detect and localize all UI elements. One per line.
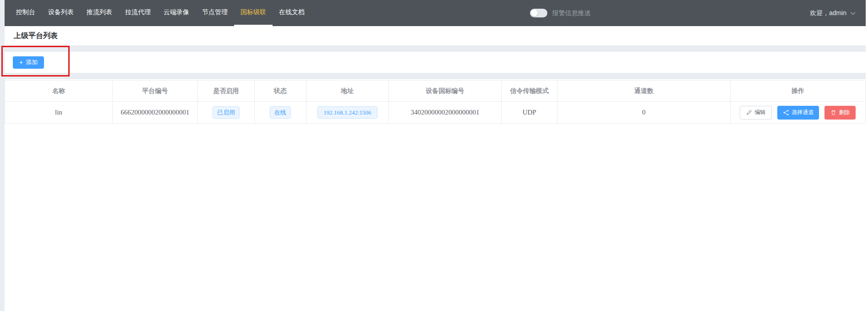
chevron-down-icon: [850, 11, 856, 16]
right-edge-strip: [866, 0, 868, 311]
nav-item-online-docs[interactable]: 在线文档: [273, 0, 311, 26]
platform-table: 名称 平台编号 是否启用 状态 地址 设备国标编号 信令传输模式 通道数 操作 …: [5, 80, 866, 124]
toolbar: + 添加: [5, 52, 866, 73]
toggle-knob: [531, 10, 538, 16]
cell-channel-count: 0: [557, 102, 731, 124]
nav-spacer-left: [311, 0, 530, 26]
cell-address: 192.168.1.242:1506: [306, 102, 388, 124]
cell-name: lin: [5, 102, 113, 124]
select-channel-button[interactable]: 选择通道: [777, 106, 819, 120]
nav-item-gb-cascade[interactable]: 国标级联: [234, 0, 273, 26]
platform-table-card: 名称 平台编号 是否启用 状态 地址 设备国标编号 信令传输模式 通道数 操作 …: [5, 79, 866, 311]
cell-actions: 编辑 选择通道: [730, 102, 865, 124]
alarm-push-group: 报警信息推送: [530, 0, 590, 26]
header-actions: 操作: [730, 81, 865, 102]
delete-button[interactable]: 删除: [824, 106, 856, 120]
welcome-text: 欢迎，admin: [810, 9, 846, 17]
header-name: 名称: [5, 81, 113, 102]
nav-item-cloud-recording[interactable]: 云端录像: [157, 0, 196, 26]
table-row: lin 66620000002000000001 已启用 在线 192.168.…: [5, 102, 866, 124]
edit-button-label: 编辑: [754, 109, 765, 116]
delete-button-label: 删除: [839, 109, 850, 116]
user-menu[interactable]: 欢迎，admin: [810, 0, 856, 26]
cell-enabled: 已启用: [197, 102, 254, 124]
action-buttons: 编辑 选择通道: [731, 106, 865, 120]
top-nav: 控制台 设备列表 推流列表 拉流代理 云端录像 节点管理 国标级联 在线文档 报…: [5, 0, 866, 26]
add-button-label: 添加: [26, 58, 38, 66]
header-status: 状态: [254, 81, 306, 102]
cell-signal-mode: UDP: [502, 102, 557, 124]
nav-item-push-stream-list[interactable]: 推流列表: [80, 0, 119, 26]
spacer: [5, 73, 866, 79]
cell-platform-id: 66620000002000000001: [112, 102, 197, 124]
app-container: 控制台 设备列表 推流列表 拉流代理 云端录像 节点管理 国标级联 在线文档 报…: [5, 0, 866, 311]
cell-status: 在线: [254, 102, 306, 124]
table-header-row: 名称 平台编号 是否启用 状态 地址 设备国标编号 信令传输模式 通道数 操作: [5, 81, 866, 102]
pen-icon: [746, 109, 752, 115]
plus-icon: +: [19, 59, 23, 65]
nav-item-pull-proxy[interactable]: 拉流代理: [119, 0, 157, 26]
nav-item-device-list[interactable]: 设备列表: [42, 0, 80, 26]
cell-device-gb-id: 34020000002000000001: [389, 102, 502, 124]
header-platform-id: 平台编号: [112, 81, 197, 102]
trash-icon: [830, 109, 836, 115]
header-signal-mode: 信令传输模式: [502, 81, 557, 102]
header-channel-count: 通道数: [557, 81, 731, 102]
page-title: 上级平台列表: [14, 31, 58, 41]
address-badge[interactable]: 192.168.1.242:1506: [317, 106, 377, 119]
header-enabled: 是否启用: [197, 81, 254, 102]
title-bar: 上级平台列表: [5, 26, 866, 45]
alarm-push-label: 报警信息推送: [552, 9, 590, 17]
nav-item-node-management[interactable]: 节点管理: [196, 0, 234, 26]
select-channel-button-label: 选择通道: [792, 109, 813, 116]
add-button[interactable]: + 添加: [13, 56, 44, 69]
edit-button[interactable]: 编辑: [740, 106, 772, 120]
spacer: [5, 45, 866, 52]
header-device-gb-id: 设备国标编号: [389, 81, 502, 102]
share-icon: [783, 109, 789, 116]
nav-spacer-right: [590, 0, 809, 26]
header-address: 地址: [306, 81, 388, 102]
enabled-badge: 已启用: [213, 106, 240, 119]
alarm-push-toggle[interactable]: [530, 9, 547, 17]
nav-item-console[interactable]: 控制台: [10, 0, 42, 26]
status-badge: 在线: [270, 106, 291, 119]
